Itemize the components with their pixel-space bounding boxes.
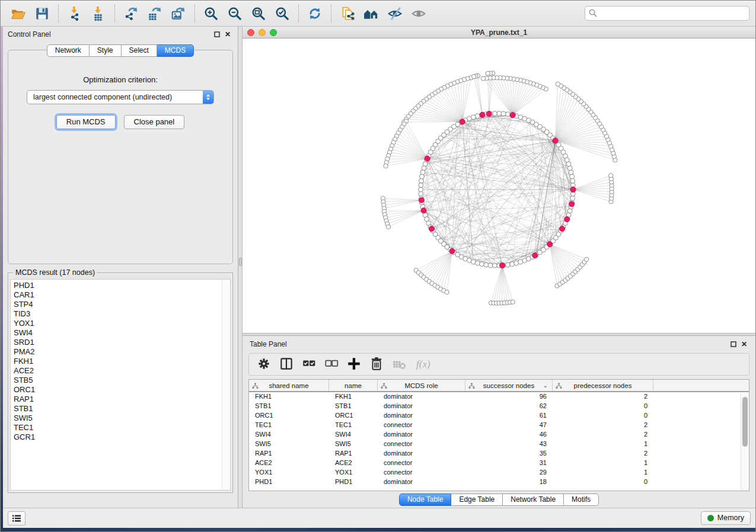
cell-predecessor-nodes[interactable]: 0 bbox=[553, 411, 653, 421]
cell-successor-nodes[interactable]: 29 bbox=[465, 468, 553, 477]
close-panel-button[interactable]: Close panel bbox=[124, 115, 185, 129]
cell-name[interactable]: SWI4 bbox=[329, 430, 378, 440]
column-header-shared-name[interactable]: shared name bbox=[249, 380, 329, 391]
zoom-out-button[interactable] bbox=[223, 4, 247, 24]
table-scrollbar[interactable] bbox=[741, 393, 749, 491]
cell-successor-nodes[interactable]: 35 bbox=[465, 449, 553, 459]
zoom-selected-button[interactable] bbox=[270, 4, 294, 24]
column-header-name[interactable]: name bbox=[329, 380, 378, 391]
table-row[interactable]: YOX1YOX1connector291 bbox=[249, 468, 749, 477]
duplicate-network-button[interactable] bbox=[336, 4, 359, 24]
cell-MCDS-role[interactable]: dominator bbox=[378, 411, 465, 421]
cell-MCDS-role[interactable]: connector bbox=[378, 468, 465, 477]
cell-name[interactable]: YOX1 bbox=[329, 468, 378, 477]
table-row[interactable]: SWI5SWI5connector431 bbox=[249, 440, 749, 449]
task-history-button[interactable] bbox=[8, 511, 25, 525]
cell-predecessor-nodes[interactable]: 2 bbox=[553, 430, 653, 440]
deselect-all-button[interactable] bbox=[321, 355, 342, 373]
cell-predecessor-nodes[interactable]: 0 bbox=[553, 477, 653, 487]
network-canvas[interactable] bbox=[243, 39, 755, 333]
network-graph[interactable] bbox=[243, 39, 755, 333]
column-header-MCDS-role[interactable]: MCDS role bbox=[378, 380, 465, 391]
cell-name[interactable]: FKH1 bbox=[329, 392, 378, 402]
cell-predecessor-nodes[interactable]: 1 bbox=[553, 468, 653, 477]
table-row[interactable]: ACE2ACE2connector311 bbox=[249, 459, 749, 468]
cell-name[interactable]: TEC1 bbox=[329, 421, 378, 430]
table-row[interactable]: TEC1TEC1connector472 bbox=[249, 421, 749, 430]
cell-shared-name[interactable]: FKH1 bbox=[249, 392, 329, 402]
cell-MCDS-role[interactable]: connector bbox=[378, 440, 465, 449]
table-row[interactable]: ORC1ORC1dominator610 bbox=[249, 411, 749, 421]
cell-name[interactable]: ORC1 bbox=[329, 411, 378, 421]
cell-successor-nodes[interactable]: 96 bbox=[465, 392, 553, 402]
cell-predecessor-nodes[interactable]: 0 bbox=[553, 402, 653, 411]
mcds-result-item[interactable]: GCR1 bbox=[14, 432, 221, 442]
cell-MCDS-role[interactable]: dominator bbox=[378, 402, 465, 411]
column-header-predecessor-nodes[interactable]: predecessor nodes bbox=[553, 380, 653, 391]
cell-shared-name[interactable]: SWI4 bbox=[249, 430, 329, 440]
import-table-button[interactable] bbox=[87, 4, 110, 24]
tab-motifs[interactable]: Motifs bbox=[564, 493, 599, 506]
mcds-result-item[interactable]: SWI4 bbox=[14, 328, 221, 338]
cell-name[interactable]: ACE2 bbox=[329, 459, 378, 468]
mcds-result-item[interactable]: SRD1 bbox=[14, 338, 221, 347]
mcds-result-item[interactable]: STB1 bbox=[14, 404, 221, 414]
window-maximize-icon[interactable] bbox=[270, 29, 277, 36]
mcds-result-item[interactable]: FKH1 bbox=[14, 357, 221, 366]
mcds-result-item[interactable]: PHD1 bbox=[14, 281, 221, 290]
cell-shared-name[interactable]: ORC1 bbox=[249, 411, 329, 421]
cell-predecessor-nodes[interactable]: 2 bbox=[553, 392, 653, 402]
cell-predecessor-nodes[interactable]: 1 bbox=[553, 440, 653, 449]
mcds-result-item[interactable]: STB5 bbox=[14, 376, 221, 385]
import-network-button[interactable] bbox=[63, 4, 87, 24]
cell-MCDS-role[interactable]: dominator bbox=[378, 430, 465, 440]
cell-MCDS-role[interactable]: dominator bbox=[378, 449, 465, 459]
export-network-button[interactable] bbox=[119, 4, 143, 24]
cell-name[interactable]: PHD1 bbox=[329, 477, 378, 487]
cell-name[interactable]: STB1 bbox=[329, 402, 378, 411]
cell-MCDS-role[interactable]: dominator bbox=[378, 477, 465, 487]
table-settings-button[interactable] bbox=[254, 355, 274, 373]
delete-row-button[interactable] bbox=[366, 355, 387, 373]
cell-shared-name[interactable]: PHD1 bbox=[249, 477, 329, 487]
run-mcds-button[interactable]: Run MCDS bbox=[56, 115, 116, 129]
delete-table-button[interactable] bbox=[389, 355, 409, 373]
table-row[interactable]: PHD1PHD1dominator180 bbox=[249, 477, 749, 487]
zoom-in-button[interactable] bbox=[199, 4, 223, 24]
cell-successor-nodes[interactable]: 46 bbox=[465, 430, 553, 440]
table-row[interactable]: STB1STB1dominator620 bbox=[249, 402, 749, 411]
select-all-button[interactable] bbox=[299, 355, 319, 373]
cell-successor-nodes[interactable]: 61 bbox=[465, 411, 553, 421]
cell-shared-name[interactable]: TEC1 bbox=[249, 421, 329, 430]
first-neighbors-button[interactable] bbox=[359, 4, 383, 24]
cell-shared-name[interactable]: ACE2 bbox=[249, 459, 329, 468]
show-columns-button[interactable] bbox=[276, 355, 296, 373]
mcds-result-item[interactable]: YOX1 bbox=[14, 319, 221, 328]
cell-successor-nodes[interactable]: 31 bbox=[465, 459, 553, 468]
cell-predecessor-nodes[interactable]: 1 bbox=[553, 459, 653, 468]
tab-edge-table[interactable]: Edge Table bbox=[451, 493, 503, 506]
tab-network-table[interactable]: Network Table bbox=[503, 493, 564, 506]
search-input[interactable] bbox=[585, 6, 749, 21]
mcds-result-item[interactable]: PMA2 bbox=[14, 347, 221, 357]
cell-MCDS-role[interactable]: dominator bbox=[378, 392, 465, 402]
export-table-button[interactable] bbox=[143, 4, 167, 24]
cell-shared-name[interactable]: STB1 bbox=[249, 402, 329, 411]
mcds-list-scrollbar[interactable] bbox=[222, 280, 229, 489]
function-builder-button[interactable]: f(x) bbox=[416, 358, 430, 370]
cell-shared-name[interactable]: SWI5 bbox=[249, 440, 329, 449]
save-session-button[interactable] bbox=[30, 4, 54, 24]
cell-MCDS-role[interactable]: connector bbox=[378, 421, 465, 430]
tab-node-table[interactable]: Node Table bbox=[399, 493, 452, 506]
vertical-splitter[interactable] bbox=[238, 27, 243, 508]
mcds-result-item[interactable]: CAR1 bbox=[14, 290, 221, 300]
open-file-button[interactable] bbox=[7, 4, 30, 24]
window-minimize-icon[interactable] bbox=[259, 29, 266, 36]
add-row-button[interactable] bbox=[344, 355, 364, 373]
memory-button[interactable]: Memory bbox=[701, 511, 751, 525]
column-header-successor-nodes[interactable]: successor nodes⌄ bbox=[465, 380, 553, 391]
control-panel-close-button[interactable]: ✕ bbox=[222, 30, 233, 39]
window-close-icon[interactable] bbox=[247, 29, 254, 36]
tab-network[interactable]: Network bbox=[47, 44, 90, 57]
tab-select[interactable]: Select bbox=[122, 44, 157, 57]
